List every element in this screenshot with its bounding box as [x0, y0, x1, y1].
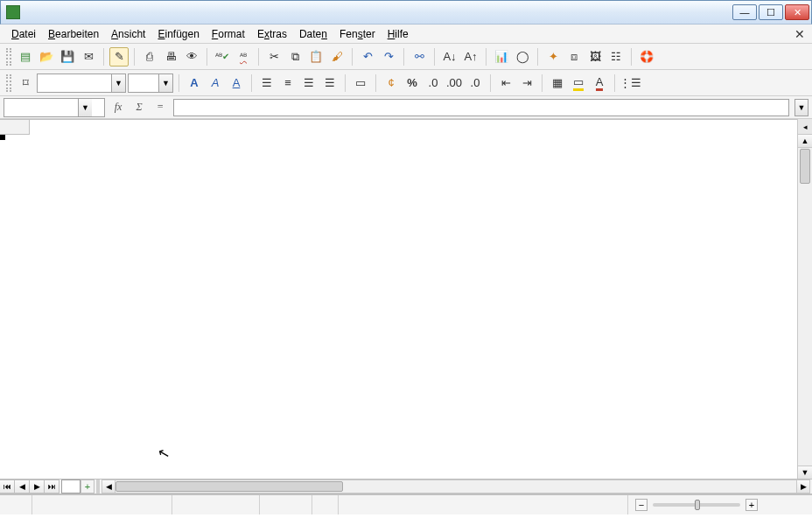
show-draw-functions-button[interactable]: ◯ — [513, 47, 532, 66]
scroll-down-button[interactable]: ▼ — [798, 466, 812, 479]
remove-decimal-button[interactable]: .0 — [466, 74, 485, 93]
tab-splitter[interactable] — [96, 480, 100, 494]
italic-button[interactable]: A — [206, 74, 225, 93]
vertical-scrollbar[interactable]: ▲ ▼ — [797, 135, 812, 479]
tab-prev-button[interactable]: ◀ — [14, 480, 30, 494]
scroll-left-button[interactable]: ◀ — [102, 480, 116, 493]
increase-indent-button[interactable]: ⇥ — [517, 74, 536, 93]
sum-button[interactable]: Σ — [131, 100, 147, 116]
close-button[interactable]: ✕ — [785, 4, 809, 20]
sheet-tab-1[interactable] — [61, 480, 80, 494]
maximize-button[interactable]: ☐ — [759, 4, 783, 20]
paste-button[interactable]: 📋 — [306, 47, 326, 66]
zoom-out-button[interactable]: − — [635, 499, 648, 511]
tab-last-button[interactable]: ⏭ — [44, 480, 60, 494]
undo-button[interactable]: ↶ — [358, 47, 377, 66]
styles-button[interactable]: ⌑ — [16, 74, 35, 93]
menu-bearbeiten[interactable]: Bearbeiten — [42, 26, 105, 42]
font-size-combo[interactable]: ▼ — [128, 74, 173, 93]
copy-button[interactable]: ⧉ — [285, 47, 304, 66]
app-icon — [6, 5, 20, 19]
zoom-slider[interactable] — [653, 503, 740, 507]
menu-daten[interactable]: Daten — [293, 26, 333, 42]
menu-ansicht[interactable]: Ansicht — [105, 26, 151, 42]
sort-asc-button[interactable]: A↓ — [440, 47, 459, 66]
menu-hilfe[interactable]: Hilfe — [382, 26, 415, 42]
align-right-button[interactable]: ☰ — [299, 74, 318, 93]
menu-extras[interactable]: Extras — [251, 26, 293, 42]
help-button[interactable]: 🛟 — [637, 47, 656, 66]
hscroll-thumb[interactable] — [116, 481, 343, 492]
navigator-button[interactable]: ⧈ — [564, 47, 584, 66]
email-button[interactable]: ✉ — [79, 47, 98, 66]
menu-einfuegen[interactable]: Einfügen — [151, 26, 205, 42]
print-preview-button[interactable]: 👁 — [182, 47, 201, 66]
insert-mode[interactable] — [172, 495, 260, 514]
gallery-button[interactable]: 🖼 — [585, 47, 605, 66]
spellcheck-button[interactable]: ᴬᴮ✔ — [213, 47, 232, 66]
formula-input[interactable] — [173, 99, 789, 116]
toolbar-grip[interactable] — [6, 74, 11, 92]
bg-color-button[interactable]: ▭ — [569, 74, 588, 93]
tab-next-button[interactable]: ▶ — [29, 480, 45, 494]
zoom-in-button[interactable]: + — [746, 499, 758, 511]
chart-button[interactable]: 📊 — [492, 47, 511, 66]
dropdown-icon[interactable]: ▼ — [78, 99, 92, 116]
number-format-button[interactable]: .0 — [424, 74, 443, 93]
borders-button[interactable]: ▦ — [548, 74, 567, 93]
menu-format[interactable]: Format — [206, 26, 251, 42]
open-button[interactable]: 📂 — [37, 47, 56, 66]
edit-mode-button[interactable]: ✎ — [109, 47, 129, 66]
datasources-button[interactable]: ☷ — [606, 47, 626, 66]
sidebar-toggle[interactable]: ◂ — [797, 119, 812, 135]
align-left-button[interactable]: ☰ — [257, 74, 276, 93]
font-color-button[interactable]: A — [590, 74, 609, 93]
align-justify-button[interactable]: ☰ — [320, 74, 340, 93]
dropdown-icon[interactable]: ▼ — [158, 74, 172, 92]
new-doc-button[interactable]: ▤ — [16, 47, 35, 66]
merge-cells-button[interactable]: ▭ — [351, 74, 370, 93]
more-options-button[interactable]: ⋮☰ — [620, 74, 640, 93]
zoom-slider-handle[interactable] — [695, 500, 700, 510]
add-sheet-button[interactable]: + — [80, 480, 94, 494]
vscroll-thumb[interactable] — [800, 149, 810, 184]
format-paintbrush-button[interactable]: 🖌 — [327, 47, 346, 66]
selection-mode[interactable] — [260, 495, 312, 514]
cut-button[interactable]: ✂ — [264, 47, 284, 66]
scroll-right-button[interactable]: ▶ — [796, 480, 809, 493]
decrease-indent-button[interactable]: ⇤ — [496, 74, 515, 93]
cell-grid[interactable] — [0, 135, 797, 479]
hyperlink-button[interactable]: ⚯ — [410, 47, 429, 66]
minimize-button[interactable]: — — [732, 4, 757, 20]
menu-datei[interactable]: Datei — [5, 26, 42, 42]
tab-first-button[interactable]: ⏮ — [0, 480, 15, 494]
find-replace-button[interactable]: ✦ — [543, 47, 563, 66]
font-name-combo[interactable]: ▼ — [37, 74, 126, 93]
print-button[interactable]: 🖶 — [161, 47, 180, 66]
currency-button[interactable]: ¢ — [382, 74, 401, 93]
redo-button[interactable]: ↷ — [379, 47, 398, 66]
export-pdf-button[interactable]: ⎙ — [140, 47, 159, 66]
bold-button[interactable]: A — [185, 74, 204, 93]
signature-status[interactable] — [312, 495, 339, 514]
scroll-up-button[interactable]: ▲ — [798, 135, 812, 148]
align-center-button[interactable]: ≡ — [278, 74, 298, 93]
select-all-corner[interactable] — [0, 119, 30, 135]
name-box[interactable]: ▼ — [4, 98, 105, 117]
dropdown-icon[interactable]: ▼ — [111, 74, 125, 92]
formula-expand-button[interactable]: ▼ — [794, 99, 808, 116]
page-style[interactable] — [32, 495, 172, 514]
equals-button[interactable]: = — [152, 100, 168, 116]
close-document-button[interactable]: ✕ — [793, 27, 807, 41]
save-button[interactable]: 💾 — [58, 47, 77, 66]
function-wizard-button[interactable]: fx — [110, 100, 126, 116]
horizontal-scrollbar[interactable]: ◀ ▶ — [102, 480, 810, 494]
sum-display[interactable] — [339, 495, 628, 514]
menu-fenster[interactable]: Fenster — [333, 26, 382, 42]
auto-spellcheck-button[interactable]: ᴬᴮ — [234, 47, 253, 66]
underline-button[interactable]: A — [227, 74, 246, 93]
toolbar-grip[interactable] — [6, 48, 11, 66]
percent-button[interactable]: % — [402, 74, 422, 93]
sort-desc-button[interactable]: A↑ — [461, 47, 480, 66]
add-decimal-button[interactable]: .00 — [444, 74, 464, 93]
